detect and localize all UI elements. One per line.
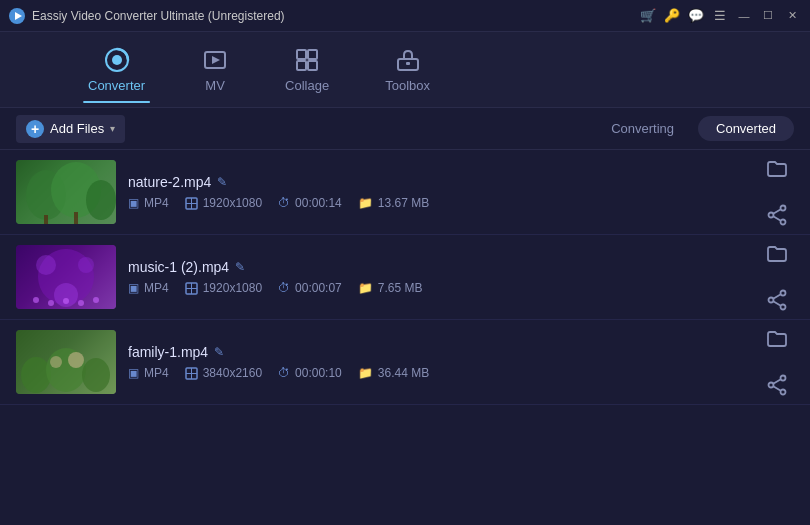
svg-point-23 [769, 213, 774, 218]
converted-tab[interactable]: Converted [698, 116, 794, 141]
size-value: 7.65 MB [378, 281, 423, 295]
key-icon[interactable]: 🔑 [662, 6, 682, 26]
resolution-icon [185, 367, 198, 380]
file-item: family-1.mp4 ✎ ▣ MP4 3840x2160 ⏱ [0, 320, 810, 405]
file-name-row: family-1.mp4 ✎ [128, 344, 748, 360]
file-size: 📁 7.65 MB [358, 281, 423, 295]
duration-icon: ⏱ [278, 281, 290, 295]
svg-line-25 [773, 216, 781, 221]
size-value: 13.67 MB [378, 196, 429, 210]
share-button[interactable] [760, 368, 794, 402]
chat-icon[interactable]: 💬 [686, 6, 706, 26]
size-icon: 📁 [358, 281, 373, 295]
svg-point-22 [781, 220, 786, 225]
svg-point-40 [781, 305, 786, 310]
minimize-button[interactable]: — [734, 6, 754, 26]
svg-point-35 [93, 297, 99, 303]
open-folder-button[interactable] [760, 152, 794, 186]
converting-tab[interactable]: Converting [599, 117, 686, 140]
share-button[interactable] [760, 283, 794, 317]
svg-rect-9 [308, 61, 317, 70]
file-item: nature-2.mp4 ✎ ▣ MP4 1920x1080 ⏱ [0, 150, 810, 235]
svg-point-53 [781, 376, 786, 381]
svg-line-43 [773, 301, 781, 306]
svg-point-54 [781, 390, 786, 395]
svg-point-49 [50, 356, 62, 368]
file-info: family-1.mp4 ✎ ▣ MP4 3840x2160 ⏱ [128, 344, 748, 380]
tab-collage-label: Collage [285, 78, 329, 93]
tab-converter-label: Converter [88, 78, 145, 93]
edit-icon[interactable]: ✎ [235, 260, 245, 274]
svg-rect-16 [44, 215, 48, 224]
file-item: music-1 (2).mp4 ✎ ▣ MP4 1920x1080 [0, 235, 810, 320]
svg-point-29 [78, 257, 94, 273]
svg-point-48 [68, 352, 84, 368]
format-icon: ▣ [128, 196, 139, 210]
svg-line-57 [773, 386, 781, 391]
svg-point-28 [36, 255, 56, 275]
tab-converter[interactable]: Converter [60, 38, 173, 101]
format-value: MP4 [144, 366, 169, 380]
add-icon: + [26, 120, 44, 138]
svg-line-42 [773, 294, 781, 299]
svg-point-21 [781, 206, 786, 211]
edit-icon[interactable]: ✎ [217, 175, 227, 189]
svg-rect-11 [406, 62, 410, 65]
cart-icon[interactable]: 🛒 [638, 6, 658, 26]
tab-collage[interactable]: Collage [257, 38, 357, 101]
svg-point-39 [781, 291, 786, 296]
menu-icon[interactable]: ☰ [710, 6, 730, 26]
svg-line-24 [773, 209, 781, 214]
file-name: nature-2.mp4 [128, 174, 211, 190]
format-icon: ▣ [128, 281, 139, 295]
file-duration: ⏱ 00:00:10 [278, 366, 342, 380]
svg-rect-8 [297, 61, 306, 70]
file-actions [760, 322, 794, 402]
svg-point-33 [63, 298, 69, 304]
maximize-button[interactable]: ☐ [758, 6, 778, 26]
file-name-row: music-1 (2).mp4 ✎ [128, 259, 748, 275]
share-button[interactable] [760, 198, 794, 232]
open-folder-button[interactable] [760, 322, 794, 356]
svg-point-34 [78, 300, 84, 306]
file-thumb-1 [16, 245, 116, 309]
duration-icon: ⏱ [278, 196, 290, 210]
format-value: MP4 [144, 196, 169, 210]
file-info: music-1 (2).mp4 ✎ ▣ MP4 1920x1080 [128, 259, 748, 295]
svg-rect-7 [308, 50, 317, 59]
converter-icon [103, 46, 131, 74]
title-controls: 🛒 🔑 💬 ☰ — ☐ ✕ [638, 6, 802, 26]
open-folder-button[interactable] [760, 237, 794, 271]
tab-mv[interactable]: MV [173, 38, 257, 101]
resolution-icon [185, 197, 198, 210]
file-duration: ⏱ 00:00:07 [278, 281, 342, 295]
duration-value: 00:00:07 [295, 281, 342, 295]
nav-tabs: Converter MV Collage [0, 32, 810, 108]
file-actions [760, 237, 794, 317]
file-name: family-1.mp4 [128, 344, 208, 360]
mv-icon [201, 46, 229, 74]
file-size: 📁 36.44 MB [358, 366, 429, 380]
duration-icon: ⏱ [278, 366, 290, 380]
close-button[interactable]: ✕ [782, 6, 802, 26]
file-format: ▣ MP4 [128, 196, 169, 210]
svg-point-31 [33, 297, 39, 303]
file-info: nature-2.mp4 ✎ ▣ MP4 1920x1080 ⏱ [128, 174, 748, 210]
svg-rect-17 [74, 212, 78, 224]
file-duration: ⏱ 00:00:14 [278, 196, 342, 210]
svg-point-45 [21, 357, 51, 393]
svg-point-32 [48, 300, 54, 306]
tab-mv-label: MV [205, 78, 225, 93]
resolution-icon [185, 282, 198, 295]
add-files-label: Add Files [50, 121, 104, 136]
svg-point-15 [86, 180, 116, 220]
tab-toolbox[interactable]: Toolbox [357, 38, 458, 101]
title-bar: Eassiy Video Converter Ultimate (Unregis… [0, 0, 810, 32]
file-list: nature-2.mp4 ✎ ▣ MP4 1920x1080 ⏱ [0, 150, 810, 405]
tab-toolbox-label: Toolbox [385, 78, 430, 93]
svg-rect-6 [297, 50, 306, 59]
edit-icon[interactable]: ✎ [214, 345, 224, 359]
add-files-button[interactable]: + Add Files ▾ [16, 115, 125, 143]
chevron-down-icon: ▾ [110, 123, 115, 134]
file-format: ▣ MP4 [128, 366, 169, 380]
